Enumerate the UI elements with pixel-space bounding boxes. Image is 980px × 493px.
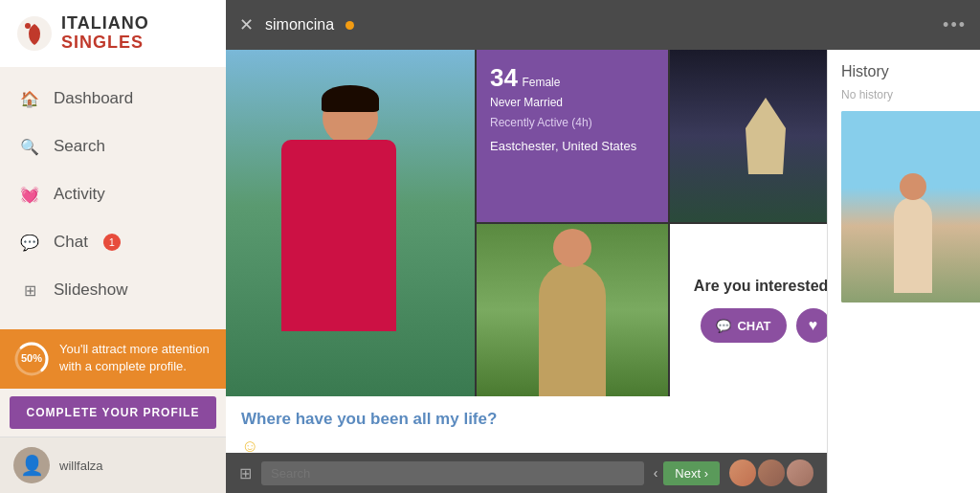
more-options-button[interactable]: ••• — [943, 15, 967, 35]
progress-circle: 50% — [13, 341, 50, 377]
interest-buttons: 💬 CHAT ♥ — [701, 308, 827, 343]
activity-icon: 💓 — [19, 184, 40, 205]
sidebar-item-activity[interactable]: 💓 Activity — [0, 170, 226, 218]
next-button[interactable]: Next › — [663, 461, 720, 485]
profile-age: 34 — [490, 63, 518, 92]
history-empty: No history — [841, 88, 967, 101]
mini-avatar-3 — [787, 459, 813, 486]
mini-avatar-2 — [758, 459, 785, 486]
bottom-search-input[interactable] — [261, 461, 644, 485]
chat-badge: 1 — [103, 234, 121, 251]
profile-username: simoncina — [265, 16, 334, 34]
like-button-small[interactable]: ♥ — [796, 308, 827, 343]
sidebar-item-label: Activity — [54, 185, 105, 204]
profile-photo-main[interactable] — [226, 50, 475, 396]
bottom-bar: ⊞ ‹ Next › — [226, 453, 827, 493]
bio-title: Where have you been all my life? — [241, 410, 812, 429]
profile-photo-3[interactable] — [477, 224, 668, 396]
complete-profile-button[interactable]: COMPLETE YOUR PROFILE — [10, 396, 216, 429]
user-footer: 👤 willfalza — [0, 437, 226, 493]
nav-items: 🏠 Dashboard 🔍 Search 💓 Activity 💬 Chat 1… — [0, 67, 226, 329]
right-panel: History No history — [827, 50, 980, 493]
prev-arrow[interactable]: ‹ — [654, 465, 658, 481]
profile-prompt: 50% You'll attract more attention with a… — [0, 329, 226, 389]
sidebar-item-slideshow[interactable]: ⊞ Slideshow — [0, 266, 226, 314]
sidebar: ITALIANO SINGLES 🏠 Dashboard 🔍 Search 💓 … — [0, 0, 226, 493]
history-photo — [841, 111, 980, 303]
avatar: 👤 — [13, 447, 50, 483]
profile-activity: Recently Active (4h) — [490, 116, 655, 129]
sidebar-item-search[interactable]: 🔍 Search — [0, 123, 226, 170]
profile-grid: 34 FemaleNever Married Recently Active (… — [226, 50, 827, 396]
smiley-icon: ☺ — [241, 437, 258, 453]
profile-info-panel: 34 FemaleNever Married Recently Active (… — [477, 50, 668, 222]
chat-button[interactable]: 💬 CHAT — [701, 308, 786, 343]
sidebar-item-dashboard[interactable]: 🏠 Dashboard — [0, 75, 226, 123]
main-content: ✕ simoncina ••• — [226, 0, 980, 493]
gazebo-shape — [737, 98, 794, 174]
chat-icon: 💬 — [19, 232, 40, 253]
progress-label: 50% — [21, 351, 42, 366]
svg-point-1 — [25, 23, 31, 29]
profile-location: Eastchester, United States — [490, 139, 655, 153]
search-icon: 🔍 — [19, 136, 40, 157]
sidebar-item-label: Search — [54, 137, 105, 156]
logo-icon — [15, 14, 54, 53]
profile-photo-2[interactable] — [670, 50, 827, 222]
sidebar-item-label: Dashboard — [54, 89, 133, 108]
sidebar-item-label: Slideshow — [54, 280, 128, 300]
online-indicator — [345, 21, 354, 30]
avatar-circles — [729, 459, 813, 486]
mini-avatar-1 — [729, 459, 756, 486]
interest-panel: Are you interested? 💬 CHAT ♥ — [670, 224, 827, 396]
home-icon: 🏠 — [19, 88, 40, 109]
history-title: History — [841, 63, 967, 80]
logo-area: ITALIANO SINGLES — [0, 0, 226, 67]
topbar: ✕ simoncina ••• — [226, 0, 980, 50]
chat-icon-small: 💬 — [716, 319, 731, 333]
bio-section: Where have you been all my life? ☺ Are y… — [226, 396, 827, 453]
nav-arrows: ‹ Next › — [654, 461, 720, 485]
grid-icon: ⊞ — [239, 464, 252, 482]
logo-line1: ITALIANO — [61, 14, 149, 34]
sidebar-item-chat[interactable]: 💬 Chat 1 — [0, 218, 226, 266]
profile-prompt-text: You'll attract more attention with a com… — [59, 341, 212, 375]
close-button[interactable]: ✕ — [239, 14, 254, 35]
slideshow-icon: ⊞ — [19, 280, 40, 301]
chat-label: CHAT — [737, 319, 770, 333]
logo-text: ITALIANO SINGLES — [61, 14, 149, 53]
sidebar-item-label: Chat — [54, 233, 88, 252]
logo-line2: SINGLES — [61, 34, 149, 53]
interest-title: Are you interested? — [694, 278, 827, 295]
username: willfalza — [59, 459, 103, 473]
